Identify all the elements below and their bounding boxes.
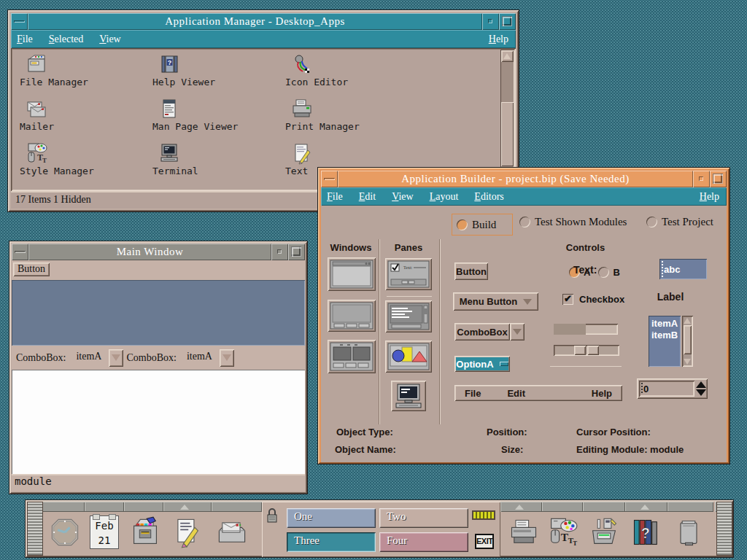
maximize-button[interactable] — [710, 171, 727, 187]
checkbox-checked-icon[interactable]: ✔ — [562, 294, 573, 305]
subpanel-arrow-icon[interactable] — [180, 505, 189, 510]
list-item[interactable]: itemA — [651, 318, 678, 330]
combobox-arrow-icon[interactable] — [109, 349, 123, 367]
spin-arrows[interactable] — [696, 381, 706, 396]
sample-menu-file[interactable]: File — [465, 388, 481, 399]
panel-handle-right[interactable] — [717, 502, 732, 555]
window-menu-button[interactable] — [321, 171, 338, 187]
workspace-four-button[interactable]: Four — [379, 532, 468, 552]
menu-edit[interactable]: Edit — [359, 191, 376, 203]
menu-file[interactable]: File — [327, 191, 343, 203]
window-menu-button[interactable] — [12, 244, 28, 260]
app-icon-mailer[interactable]: Mailer — [20, 97, 152, 141]
palette-text-pane[interactable] — [385, 300, 432, 332]
panel-text-editor[interactable] — [169, 513, 204, 551]
palette-option-menu[interactable]: OptionA — [454, 356, 510, 372]
combobox[interactable]: itemA — [69, 349, 123, 367]
application-manager-titlebar[interactable]: Application Manager - Desktop_Apps — [11, 13, 516, 30]
palette-main-window[interactable] — [328, 257, 376, 291]
minimize-button[interactable] — [271, 244, 288, 260]
palette-scale[interactable] — [554, 345, 619, 356]
app-icon-style-manager[interactable]: T T Style Manager — [20, 141, 152, 186]
radio-icon[interactable] — [646, 217, 657, 228]
palette-text-field[interactable]: abc — [659, 259, 707, 279]
palette-term-pane[interactable] — [391, 381, 426, 411]
combobox-arrow-icon[interactable] — [220, 349, 234, 367]
radio-b-icon[interactable] — [598, 267, 609, 278]
scroll-up-icon[interactable] — [684, 318, 691, 324]
panel-help[interactable]: ? — [629, 513, 664, 551]
palette-control-pane[interactable]: Text: — [385, 258, 432, 290]
panel-trash[interactable] — [671, 513, 706, 551]
window-title: Application Manager - Desktop_Apps — [28, 13, 482, 30]
panel-clock[interactable] — [47, 513, 82, 551]
list-scrollbar[interactable] — [682, 316, 693, 367]
panel-printer[interactable] — [506, 513, 541, 551]
menu-help[interactable]: Help — [700, 191, 719, 203]
lock-icon[interactable] — [266, 508, 278, 525]
workspace-three-button[interactable]: Three — [287, 532, 376, 552]
menu-help[interactable]: Help — [489, 34, 508, 45]
spin-up-icon[interactable] — [696, 381, 706, 388]
palette-checkbox[interactable]: ✔ Checkbox — [562, 294, 624, 305]
panel-applications[interactable] — [587, 513, 622, 551]
subpanel-arrow-icon[interactable] — [515, 505, 524, 510]
sample-menu-edit[interactable]: Edit — [507, 388, 525, 399]
sample-menu-help[interactable]: Help — [592, 388, 612, 399]
scroll-down-icon[interactable] — [684, 359, 691, 365]
palette-draw-pane[interactable] — [385, 341, 432, 373]
menu-editors[interactable]: Editors — [474, 191, 503, 203]
menu-selected[interactable]: Selected — [49, 34, 83, 45]
panel-style-manager[interactable]: T T T — [545, 513, 580, 551]
palette-custom-dialog[interactable] — [328, 340, 376, 373]
workspace-one-button[interactable]: One — [287, 508, 376, 528]
scrollbar-thumb[interactable] — [501, 102, 514, 166]
panel-file-manager[interactable] — [128, 513, 163, 551]
scale-handle[interactable] — [574, 346, 586, 355]
subpanel-arrow-icon[interactable] — [640, 505, 649, 510]
palette-dialog-window[interactable] — [328, 300, 376, 332]
combobox[interactable]: itemA — [179, 349, 234, 367]
maximize-button[interactable] — [499, 13, 516, 30]
minimize-button[interactable] — [482, 13, 499, 30]
exit-button[interactable]: EXIT — [475, 534, 494, 549]
palette-menu-button[interactable]: Menu Button — [453, 292, 538, 311]
mode-test-project[interactable]: Test Project — [646, 216, 713, 228]
app-icon-file-manager[interactable]: File Manager — [20, 52, 152, 97]
list-scroll-thumb[interactable] — [684, 325, 692, 354]
panel-handle-left[interactable] — [28, 502, 42, 555]
combobox-arrow-icon[interactable] — [510, 323, 525, 341]
workspace-two-button[interactable]: Two — [379, 508, 468, 528]
palette-spinbox[interactable]: 0 — [637, 378, 708, 399]
menu-file[interactable]: File — [17, 34, 33, 45]
app-icon-man-page-viewer[interactable]: Man Page Viewer — [152, 97, 285, 141]
spin-down-icon[interactable] — [696, 389, 706, 396]
menu-view[interactable]: View — [392, 191, 414, 203]
menu-layout[interactable]: Layout — [430, 191, 459, 203]
mode-build[interactable]: Build — [452, 214, 513, 236]
window-menu-button[interactable] — [11, 13, 28, 30]
radio-icon[interactable] — [519, 217, 530, 228]
panel-calendar[interactable]: Feb 21 — [87, 513, 122, 551]
list-item[interactable]: itemB — [651, 330, 678, 341]
mailer-icon — [216, 516, 248, 548]
mode-test-shown-modules[interactable]: Test Shown Modules — [519, 216, 627, 228]
palette-button[interactable]: Button — [454, 262, 488, 280]
app-icon-help-viewer[interactable]: ? Help Viewer — [152, 52, 285, 97]
menu-view[interactable]: View — [99, 34, 121, 45]
palette-combobox[interactable]: ComboBox — [454, 323, 525, 341]
app-icon-icon-editor[interactable]: Icon Editor — [285, 52, 418, 97]
scroll-up-button[interactable] — [501, 50, 514, 62]
app-icon-terminal[interactable]: Terminal — [152, 141, 285, 186]
minimize-button[interactable] — [693, 171, 710, 187]
app-icon-print-manager[interactable]: Print Manager — [285, 97, 418, 141]
radio-selected-icon[interactable] — [457, 219, 468, 230]
panel-mailer[interactable] — [214, 513, 249, 551]
palette-menubar[interactable]: File Edit Help — [454, 385, 622, 401]
application-builder-titlebar[interactable]: Application Builder - project.bip (Save … — [321, 171, 727, 187]
main-window-titlebar[interactable]: Main Window — [12, 244, 305, 260]
palette-list[interactable]: itemA itemB — [649, 316, 681, 367]
sample-button[interactable]: Button — [13, 262, 50, 276]
maximize-button[interactable] — [288, 244, 305, 260]
scale-handle[interactable] — [587, 346, 599, 355]
